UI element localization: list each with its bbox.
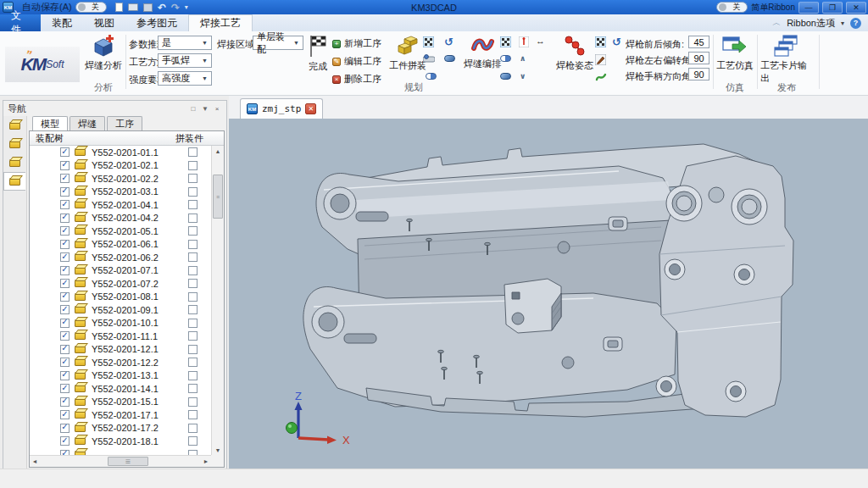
table-row[interactable]: ✓ Y552-0201-12.2 xyxy=(30,356,211,369)
mini-flag-icon[interactable] xyxy=(595,36,606,47)
weld-path-snake-icon[interactable] xyxy=(595,72,607,82)
width-measure-icon[interactable]: ↔ xyxy=(536,36,545,46)
panel-dock-icon[interactable]: □ xyxy=(188,103,198,114)
vertical-scroll-thumb[interactable]: ≡ xyxy=(213,175,223,219)
torch-handle-input[interactable] xyxy=(688,68,709,80)
assembled-checkbox[interactable] xyxy=(188,410,198,419)
table-row[interactable]: ✓ Y552-0201-08.1 xyxy=(30,291,211,304)
assembled-checkbox[interactable] xyxy=(188,305,198,314)
weld-segment-icon[interactable] xyxy=(500,73,511,80)
part-visibility-checkbox[interactable]: ✓ xyxy=(60,147,70,157)
maximize-button[interactable]: ❐ xyxy=(822,2,843,14)
document-close-icon[interactable]: ✕ xyxy=(305,103,316,114)
table-row[interactable]: ✓ Y552-0201-17.1 xyxy=(30,408,211,422)
assembled-checkbox[interactable] xyxy=(188,331,198,341)
table-row[interactable]: ✓ Y552-0201-12.1 xyxy=(30,343,211,357)
assembled-checkbox[interactable] xyxy=(188,214,198,223)
part-visibility-checkbox[interactable]: ✓ xyxy=(60,279,70,288)
assembled-checkbox[interactable] xyxy=(188,397,198,407)
part-visibility-checkbox[interactable]: ✓ xyxy=(60,266,70,275)
part-visibility-checkbox[interactable]: ✓ xyxy=(60,384,70,393)
strength-req-select[interactable]: 高强度▼ xyxy=(158,71,212,86)
process-method-select[interactable]: 手弧焊▼ xyxy=(158,53,212,68)
part-set-button[interactable] xyxy=(3,135,25,153)
panel-pin-icon[interactable]: ▼ xyxy=(200,103,210,114)
table-row[interactable]: ✓ Y552-0201-09.1 xyxy=(30,303,211,317)
nav-tab-process[interactable]: 工序 xyxy=(107,116,142,130)
table-row[interactable]: ✓ Y552-0201-05.1 xyxy=(30,225,211,238)
scroll-left-icon[interactable]: ◄ xyxy=(30,456,40,467)
tab-file[interactable]: 文件 xyxy=(0,14,41,31)
vertical-marker-icon[interactable] xyxy=(519,36,529,47)
table-row[interactable]: ✓ Y552-0201-10.1 xyxy=(30,317,211,330)
rotate-icon[interactable]: ↺ xyxy=(612,36,621,47)
part-visibility-checkbox[interactable]: ✓ xyxy=(60,331,70,341)
torch-pose-button[interactable]: 焊枪姿态 xyxy=(553,35,597,72)
horizontal-scroll-thumb[interactable]: ☰ xyxy=(108,457,148,466)
tab-view[interactable]: 视图 xyxy=(83,14,125,31)
mini-flag-icon[interactable] xyxy=(500,36,511,47)
table-row[interactable]: ✓ Y552-0201-15.1 xyxy=(30,396,211,409)
assembled-checkbox[interactable] xyxy=(188,174,198,183)
assembled-checkbox[interactable] xyxy=(188,319,198,328)
table-row[interactable]: ✓ Y552-0201-17.2 xyxy=(30,422,211,435)
process-card-output-button[interactable]: 工艺卡片输出 xyxy=(760,35,813,85)
table-row[interactable]: ✓ xyxy=(30,448,211,456)
assembled-checkbox[interactable] xyxy=(188,266,198,275)
table-row[interactable]: ✓ Y552-0201-04.1 xyxy=(30,198,211,212)
assembled-checkbox[interactable] xyxy=(188,345,198,354)
param-inference-select[interactable]: 是▼ xyxy=(158,36,212,50)
horizontal-scrollbar[interactable]: ◄ ☰ ► xyxy=(30,455,211,467)
torch-tilt-input[interactable] xyxy=(688,36,709,48)
table-row[interactable]: ✓ Y552-0201-06.1 xyxy=(30,238,211,252)
part-visibility-checkbox[interactable]: ✓ xyxy=(60,161,70,170)
add-process-button[interactable]: + 新增工序 xyxy=(332,37,381,50)
tab-welding-process[interactable]: 焊接工艺 xyxy=(188,14,253,31)
finish-button[interactable]: 完成 xyxy=(305,35,331,73)
assembly-set-button[interactable] xyxy=(3,153,25,172)
part-visibility-checkbox[interactable]: ✓ xyxy=(60,371,70,380)
nav-tab-model[interactable]: 模型 xyxy=(32,116,68,130)
weld-segment-icon[interactable] xyxy=(444,55,455,62)
assembled-checkbox[interactable] xyxy=(188,436,198,446)
assembled-checkbox[interactable] xyxy=(188,279,198,288)
close-button[interactable]: ✕ xyxy=(846,2,866,14)
seam-arrange-button[interactable]: 焊缝编排 xyxy=(462,35,503,70)
part-visibility-checkbox[interactable]: ✓ xyxy=(60,436,70,446)
weld-region-select[interactable]: 单层装配▼ xyxy=(253,36,303,50)
rotate-icon[interactable]: ↺ xyxy=(444,36,453,47)
3d-viewport[interactable]: Z X xyxy=(229,119,868,469)
assembled-checkbox[interactable] xyxy=(188,187,198,197)
assembled-checkbox[interactable] xyxy=(188,371,198,380)
edit-process-button[interactable]: ✎ 编辑工序 xyxy=(332,55,381,68)
move-up-icon[interactable]: ∧ xyxy=(520,54,526,63)
assembled-checkbox[interactable] xyxy=(188,147,198,157)
move-down-icon[interactable]: ∨ xyxy=(520,72,526,80)
tab-assembly[interactable]: 装配 xyxy=(41,14,83,31)
part-visibility-checkbox[interactable]: ✓ xyxy=(60,240,70,249)
table-row[interactable]: ✓ Y552-0201-11.1 xyxy=(30,330,211,343)
assembled-checkbox[interactable] xyxy=(188,358,198,367)
part-visibility-checkbox[interactable]: ✓ xyxy=(60,410,70,419)
tab-reference[interactable]: 参考图元 xyxy=(125,14,188,31)
table-row[interactable]: ✓ Y552-0201-14.1 xyxy=(30,382,211,396)
panel-close-icon[interactable]: × xyxy=(212,103,222,114)
active-set-button[interactable] xyxy=(3,172,25,191)
part-visibility-checkbox[interactable]: ✓ xyxy=(60,214,70,223)
help-icon[interactable]: ? xyxy=(850,18,861,29)
table-row[interactable]: ✓ Y552-0201-18.1 xyxy=(30,435,211,448)
assembled-checkbox[interactable] xyxy=(188,292,198,302)
part-visibility-checkbox[interactable]: ✓ xyxy=(60,397,70,407)
assembled-checkbox[interactable] xyxy=(188,424,198,433)
part-visibility-checkbox[interactable]: ✓ xyxy=(60,305,70,314)
scroll-right-icon[interactable]: ► xyxy=(201,456,211,467)
assembled-checkbox[interactable] xyxy=(188,240,198,249)
part-visibility-checkbox[interactable]: ✓ xyxy=(60,200,70,209)
scroll-up-icon[interactable]: ▲ xyxy=(212,146,224,156)
vertical-scrollbar[interactable]: ▲ ≡ ▼ xyxy=(211,146,224,455)
scroll-down-icon[interactable]: ▼ xyxy=(212,445,224,455)
minimize-button[interactable]: — xyxy=(798,2,819,14)
table-row[interactable]: ✓ Y552-0201-07.2 xyxy=(30,277,211,291)
ribbon-options-label[interactable]: Ribbon选项 xyxy=(787,17,835,30)
table-row[interactable]: ✓ Y552-0201-02.1 xyxy=(30,159,211,173)
